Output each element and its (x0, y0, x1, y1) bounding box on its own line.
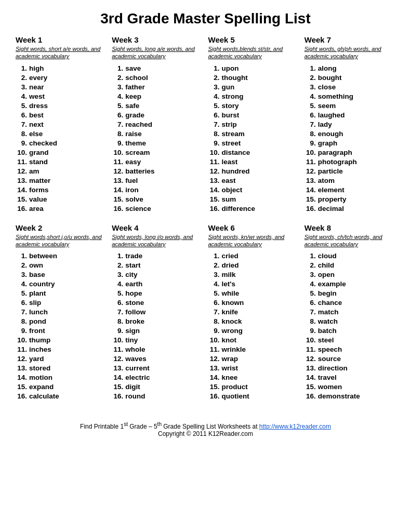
list-item: 9.sign (112, 327, 203, 335)
week-title: Week 8 (304, 223, 395, 232)
word-list: 1.along2.bought3.close4.something5.seem6… (304, 64, 395, 212)
list-item: 2.start (112, 261, 203, 269)
list-item: 5.hope (112, 289, 203, 297)
list-item: 13.atom (304, 177, 395, 184)
list-item: 3.open (304, 271, 395, 278)
list-item: 10.thump (16, 336, 107, 344)
list-item: 6.laughed (304, 111, 395, 119)
list-item: 3.near (16, 83, 107, 91)
list-item: 3.city (112, 271, 203, 278)
list-item: 9.batch (304, 327, 395, 335)
week-block-6: Week 4Sight words, long i/o words, and a… (112, 223, 203, 402)
week-subtitle: Sight words, kn/wr words, and academic v… (208, 233, 299, 248)
list-item: 1.trade (112, 252, 203, 260)
list-item: 1.high (16, 64, 107, 72)
week-subtitle: Sight words, long a/e words, and academi… (112, 45, 203, 60)
list-item: 14.electric (112, 374, 203, 381)
list-item: 7.lady (304, 121, 395, 128)
list-item: 16.science (112, 205, 203, 212)
list-item: 8.watch (304, 317, 395, 325)
list-item: 6.slip (16, 299, 107, 307)
spelling-list-grid: Week 1Sight words, short a/e words, and … (16, 35, 395, 411)
list-item: 1.cloud (304, 252, 395, 260)
list-item: 9.front (16, 327, 107, 335)
list-item: 2.bought (304, 74, 395, 82)
list-item: 6.best (16, 111, 107, 119)
week-subtitle: Sight words, gh/ph words, and academic v… (304, 45, 395, 60)
list-item: 4.country (16, 280, 107, 288)
footer-line2: Copyright © 2011 K12Reader.com (16, 430, 395, 437)
list-item: 14.knee (208, 374, 299, 381)
list-item: 12.source (304, 355, 395, 363)
list-item: 3.father (112, 83, 203, 91)
list-item: 6.burst (208, 111, 299, 119)
week-subtitle: Sight words, long i/o words, and academi… (112, 233, 203, 248)
list-item: 10.knot (208, 336, 299, 344)
footer-line1: Find Printable 1st Grade – 5th Grade Spe… (16, 421, 395, 430)
week-subtitle: Sight words,short i,o/u words, and acade… (16, 233, 107, 248)
list-item: 9.wrong (208, 327, 299, 335)
list-item: 10.grand (16, 149, 107, 156)
footer-link[interactable]: http://www.k12reader.com (259, 423, 331, 430)
list-item: 4.example (304, 280, 395, 288)
list-item: 15.solve (112, 195, 203, 203)
list-item: 15.expand (16, 383, 107, 391)
list-item: 15.value (16, 195, 107, 203)
list-item: 2.own (16, 261, 107, 269)
list-item: 1.between (16, 252, 107, 260)
list-item: 8.raise (112, 130, 203, 138)
list-item: 15.property (304, 195, 395, 203)
list-item: 14.iron (112, 186, 203, 194)
list-item: 11.stand (16, 158, 107, 166)
list-item: 11.wrinkle (208, 345, 299, 353)
list-item: 9.theme (112, 139, 203, 147)
word-list: 1.between2.own3.base4.country5.plant6.sl… (16, 252, 107, 400)
list-item: 7.match (304, 308, 395, 316)
list-item: 10.distance (208, 149, 299, 156)
week-title: Week 1 (16, 35, 107, 44)
list-item: 16.quotient (208, 392, 299, 400)
list-item: 16.decimal (304, 205, 395, 212)
list-item: 7.follow (112, 308, 203, 316)
word-list: 1.high2.every3.near4.west5.dress6.best7.… (16, 64, 107, 212)
week-subtitle: Sight words, ch/tch words, and academic … (304, 233, 395, 248)
list-item: 3.close (304, 83, 395, 91)
week-title: Week 3 (112, 35, 203, 44)
list-item: 8.pond (16, 317, 107, 325)
list-item: 13.east (208, 177, 299, 184)
list-item: 6.grade (112, 111, 203, 119)
page-title: 3rd Grade Master Spelling List (16, 10, 395, 27)
word-list: 1.upon2.thought3.gun4.strong5.story6.bur… (208, 64, 299, 212)
list-item: 10.tiny (112, 336, 203, 344)
week-subtitle: Sight words,blends st/str, and academic … (208, 45, 299, 60)
list-item: 3.milk (208, 271, 299, 278)
list-item: 14.object (208, 186, 299, 194)
list-item: 8.enough (304, 130, 395, 138)
list-item: 13.wrist (208, 364, 299, 372)
list-item: 13.current (112, 364, 203, 372)
week-block-1: Week 1Sight words, short a/e words, and … (16, 35, 107, 214)
list-item: 2.child (304, 261, 395, 269)
week-title: Week 4 (112, 223, 203, 232)
list-item: 7.next (16, 121, 107, 128)
list-item: 2.every (16, 74, 107, 82)
list-item: 2.dried (208, 261, 299, 269)
list-item: 6.stone (112, 299, 203, 307)
list-item: 8.knock (208, 317, 299, 325)
list-item: 13.fuel (112, 177, 203, 184)
word-list: 1.cloud2.child3.open4.example5.begin6.ch… (304, 252, 395, 400)
list-item: 2.thought (208, 74, 299, 82)
word-list: 1.cried2.dried3.milk4.let's5.while6.know… (208, 252, 299, 400)
week-block-3: Week 5Sight words,blends st/str, and aca… (208, 35, 299, 214)
list-item: 11.speech (304, 345, 395, 353)
list-item: 11.easy (112, 158, 203, 166)
list-item: 12.particle (304, 167, 395, 175)
list-item: 12.wrap (208, 355, 299, 363)
list-item: 14.motion (16, 374, 107, 381)
list-item: 5.while (208, 289, 299, 297)
list-item: 9.checked (16, 139, 107, 147)
list-item: 14.forms (16, 186, 107, 194)
list-item: 16.round (112, 392, 203, 400)
list-item: 13.matter (16, 177, 107, 184)
list-item: 16.difference (208, 205, 299, 212)
